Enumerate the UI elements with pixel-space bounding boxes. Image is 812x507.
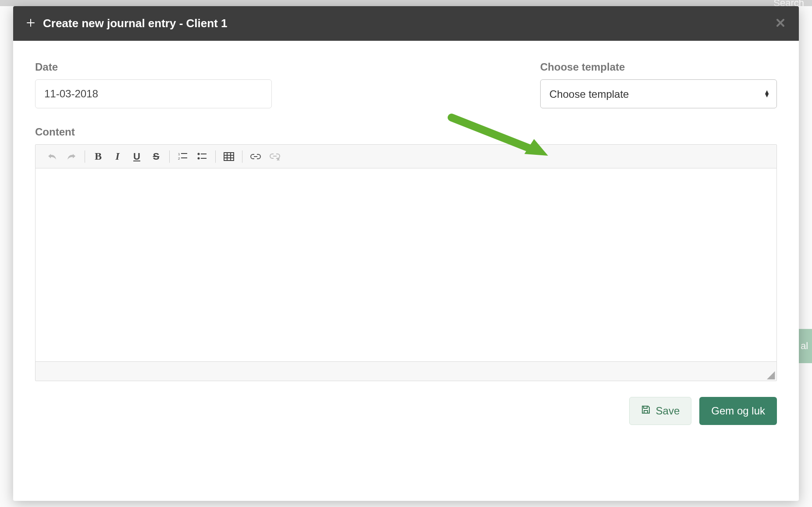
content-label: Content <box>35 126 777 138</box>
save-and-close-button[interactable]: Gem og luk <box>699 397 777 425</box>
modal-body: Date Choose template Choose template ▲▼ … <box>13 41 799 501</box>
editor-footer: ◢ <box>36 361 776 381</box>
plus-icon <box>26 18 35 30</box>
backdrop-side-tab-text: al <box>801 340 808 352</box>
unordered-list-button[interactable] <box>192 149 212 164</box>
italic-button[interactable]: I <box>108 149 127 164</box>
modal-header: Create new journal entry - Client 1 <box>13 6 799 41</box>
template-group: Choose template Choose template ▲▼ <box>540 61 777 108</box>
resize-grip-icon[interactable]: ◢ <box>767 369 775 380</box>
link-button[interactable] <box>246 149 265 164</box>
modal-title: Create new journal entry - Client 1 <box>43 17 227 30</box>
save-button-label: Save <box>656 405 680 417</box>
ordered-list-button[interactable]: 1 2 <box>173 149 192 164</box>
template-label: Choose template <box>540 61 777 73</box>
backdrop-side-tab: al <box>799 329 812 363</box>
redo-button[interactable] <box>62 149 81 164</box>
svg-rect-1 <box>181 153 187 154</box>
undo-button[interactable] <box>43 149 62 164</box>
journal-entry-modal: Create new journal entry - Client 1 Date… <box>13 6 799 501</box>
toolbar-separator <box>242 150 242 163</box>
date-group: Date <box>35 61 272 108</box>
svg-text:1: 1 <box>178 152 180 156</box>
date-label: Date <box>35 61 272 73</box>
strikethrough-button[interactable]: S <box>146 149 166 164</box>
content-editor: B I U S 1 2 <box>35 144 777 381</box>
editor-content-area[interactable] <box>36 168 776 361</box>
toolbar-separator <box>215 150 216 163</box>
svg-point-6 <box>198 157 200 159</box>
template-select[interactable]: Choose template <box>540 79 777 108</box>
save-and-close-label: Gem og luk <box>711 405 765 417</box>
svg-point-4 <box>198 153 200 155</box>
toolbar-separator <box>85 150 85 163</box>
form-row-top: Date Choose template Choose template ▲▼ <box>35 61 777 108</box>
template-select-wrap: Choose template ▲▼ <box>540 79 777 108</box>
table-button[interactable] <box>219 149 239 164</box>
svg-rect-8 <box>224 153 234 161</box>
backdrop-top-bar <box>0 0 812 6</box>
svg-text:2: 2 <box>178 157 180 161</box>
svg-rect-3 <box>181 157 187 158</box>
toolbar-separator <box>169 150 170 163</box>
svg-rect-7 <box>201 158 207 159</box>
date-input[interactable] <box>35 79 272 108</box>
editor-toolbar: B I U S 1 2 <box>36 145 776 168</box>
underline-button[interactable]: U <box>127 149 146 164</box>
close-icon[interactable] <box>775 16 786 31</box>
svg-rect-5 <box>201 154 207 154</box>
save-button[interactable]: Save <box>629 397 692 425</box>
save-icon <box>641 405 651 417</box>
modal-actions: Save Gem og luk <box>35 397 777 425</box>
bold-button[interactable]: B <box>89 149 108 164</box>
unlink-button[interactable] <box>265 149 285 164</box>
